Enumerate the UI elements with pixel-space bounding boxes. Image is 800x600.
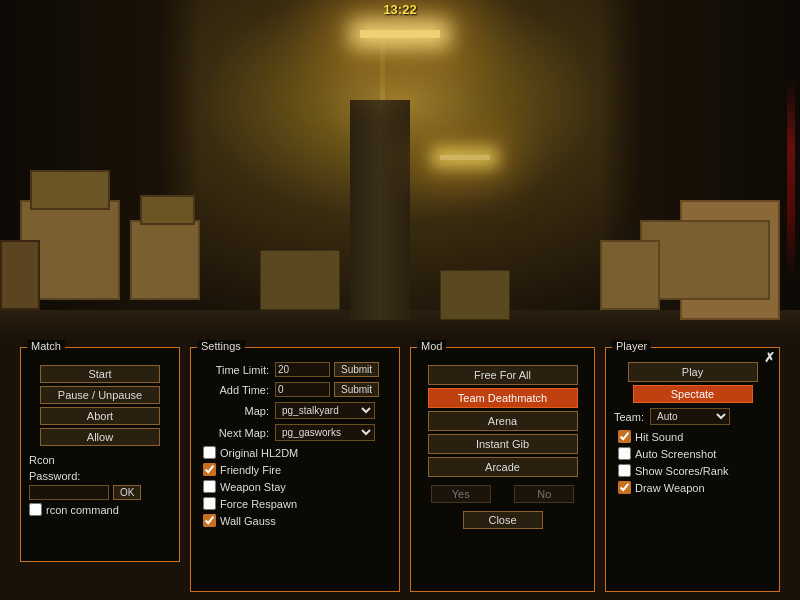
ok-button[interactable]: OK: [113, 485, 141, 500]
original-hl2dm-checkbox[interactable]: [203, 446, 216, 459]
arena-button[interactable]: Arena: [428, 411, 578, 431]
yes-button[interactable]: Yes: [431, 485, 491, 503]
time-limit-submit[interactable]: Submit: [334, 362, 379, 377]
play-button[interactable]: Play: [628, 362, 758, 382]
draw-weapon-checkbox[interactable]: [618, 481, 631, 494]
no-button[interactable]: No: [514, 485, 574, 503]
map-label: Map:: [199, 405, 269, 417]
time-limit-input[interactable]: [275, 362, 330, 377]
rcon-title: Rcon: [29, 454, 171, 466]
password-input[interactable]: [29, 485, 109, 500]
add-time-input[interactable]: [275, 382, 330, 397]
close-button[interactable]: Close: [463, 511, 543, 529]
allow-button[interactable]: Allow: [40, 428, 160, 446]
hit-sound-checkbox[interactable]: [618, 430, 631, 443]
close-x-button[interactable]: ✗: [764, 350, 775, 365]
add-time-submit[interactable]: Submit: [334, 382, 379, 397]
free-for-all-button[interactable]: Free For All: [428, 365, 578, 385]
force-respawn-checkbox[interactable]: [203, 497, 216, 510]
force-respawn-label: Force Respawn: [220, 498, 297, 510]
auto-screenshot-checkbox[interactable]: [618, 447, 631, 460]
next-map-label: Next Map:: [199, 427, 269, 439]
team-select[interactable]: Auto Red Blue Spectator: [650, 408, 730, 425]
abort-button[interactable]: Abort: [40, 407, 160, 425]
team-deathmatch-button[interactable]: Team Deathmatch: [428, 388, 578, 408]
pause-unpause-button[interactable]: Pause / Unpause: [40, 386, 160, 404]
add-time-label: Add Time:: [199, 384, 269, 396]
wall-gauss-checkbox[interactable]: [203, 514, 216, 527]
auto-screenshot-label: Auto Screenshot: [635, 448, 716, 460]
original-hl2dm-label: Original HL2DM: [220, 447, 298, 459]
match-panel: Match Start Pause / Unpause Abort Allow …: [20, 347, 180, 562]
mod-panel-title: Mod: [417, 340, 446, 352]
hit-sound-label: Hit Sound: [635, 431, 683, 443]
friendly-fire-checkbox[interactable]: [203, 463, 216, 476]
instant-gib-button[interactable]: Instant Gib: [428, 434, 578, 454]
time-limit-label: Time Limit:: [199, 364, 269, 376]
weapon-stay-label: Weapon Stay: [220, 481, 286, 493]
arcade-button[interactable]: Arcade: [428, 457, 578, 477]
weapon-stay-checkbox[interactable]: [203, 480, 216, 493]
mod-panel: Mod Free For All Team Deathmatch Arena I…: [410, 347, 595, 592]
draw-weapon-label: Draw Weapon: [635, 482, 705, 494]
show-scores-checkbox[interactable]: [618, 464, 631, 477]
wall-gauss-label: Wall Gauss: [220, 515, 276, 527]
password-label: Password:: [29, 470, 80, 482]
next-map-select[interactable]: pg_gasworks pg_stalkyard dm_lockdown dm_…: [275, 424, 375, 441]
rcon-command-label: rcon command: [46, 504, 119, 516]
player-panel-title: Player: [612, 340, 651, 352]
rcon-command-checkbox[interactable]: [29, 503, 42, 516]
spectate-button[interactable]: Spectate: [633, 385, 753, 403]
settings-panel: Settings Time Limit: Submit Add Time: Su…: [190, 347, 400, 592]
show-scores-label: Show Scores/Rank: [635, 465, 729, 477]
team-label: Team:: [614, 411, 644, 423]
map-select[interactable]: pg_stalkyard pg_gasworks dm_lockdown dm_…: [275, 402, 375, 419]
settings-panel-title: Settings: [197, 340, 245, 352]
match-panel-title: Match: [27, 340, 65, 352]
player-panel: Player ✗ Play Spectate Team: Auto Red Bl…: [605, 347, 780, 592]
timer-display: 13:22: [383, 2, 416, 17]
friendly-fire-label: Friendly Fire: [220, 464, 281, 476]
start-button[interactable]: Start: [40, 365, 160, 383]
